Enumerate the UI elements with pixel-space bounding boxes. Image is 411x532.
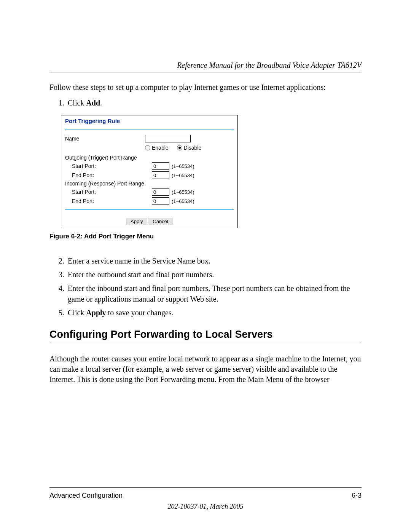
step-1-post: . <box>100 99 102 107</box>
step-5: Click Apply to save your changes. <box>66 307 362 318</box>
port-triggering-rule-panel: Port Triggering Rule Name Enable Disable <box>61 115 238 228</box>
footer-left: Advanced Configuration <box>49 492 123 500</box>
steps-list-2: Enter a service name in the Service Name… <box>49 256 362 318</box>
radio-on-icon <box>177 145 182 150</box>
in-start-port-input[interactable] <box>152 188 169 196</box>
step-1-bold: Add <box>86 99 100 107</box>
out-end-port-label: End Port: <box>65 172 152 178</box>
enable-radio-label: Enable <box>152 145 169 151</box>
panel-separator-mid <box>65 209 234 210</box>
panel-separator-top <box>65 129 234 129</box>
section-rule <box>49 343 362 343</box>
name-label: Name <box>65 136 145 142</box>
panel-title: Port Triggering Rule <box>61 115 237 129</box>
page-footer: Advanced Configuration 6-3 202-10037-01,… <box>49 487 362 511</box>
footer-publication: 202-10037-01, March 2005 <box>49 503 362 511</box>
step-4: Enter the inbound start and final port n… <box>66 283 362 304</box>
section-heading: Configuring Port Forwarding to Local Ser… <box>49 329 362 340</box>
steps-list-1: Click Add. <box>49 98 362 108</box>
in-start-port-label: Start Port: <box>65 189 152 195</box>
doc-header-title: Reference Manual for the Broadband Voice… <box>49 61 362 70</box>
in-end-port-hint: (1~65534) <box>172 198 194 204</box>
step-5-bold: Apply <box>86 308 106 317</box>
in-start-port-hint: (1~65534) <box>172 189 194 195</box>
in-end-port-input[interactable] <box>152 197 169 205</box>
cancel-button[interactable]: Cancel <box>148 218 172 225</box>
outgoing-section-label: Outgoing (Trigger) Port Range <box>65 155 145 161</box>
step-5-pre: Click <box>68 308 86 317</box>
footer-rule <box>49 487 362 488</box>
enable-radio[interactable]: Enable <box>145 145 169 151</box>
out-end-port-input[interactable] <box>152 171 169 179</box>
out-start-port-label: Start Port: <box>65 163 152 169</box>
step-5-post: to save your changes. <box>106 308 174 317</box>
out-start-port-hint: (1~65534) <box>172 163 194 169</box>
name-input[interactable] <box>145 135 191 142</box>
disable-radio-label: Disable <box>184 145 202 151</box>
step-3: Enter the outbound start and final port … <box>66 269 362 280</box>
step-2: Enter a service name in the Service Name… <box>66 256 362 266</box>
footer-page-number: 6-3 <box>352 492 362 500</box>
radio-off-icon <box>145 145 150 150</box>
apply-button[interactable]: Apply <box>126 218 147 225</box>
out-start-port-input[interactable] <box>152 162 169 170</box>
step-1: Click Add. <box>66 98 362 108</box>
out-end-port-hint: (1~65534) <box>172 173 194 178</box>
section-body: Although the router causes your entire l… <box>49 354 362 385</box>
step-1-pre: Click <box>68 99 86 107</box>
header-rule <box>49 72 362 72</box>
in-end-port-label: End Port: <box>65 198 152 204</box>
intro-text: Follow these steps to set up a computer … <box>49 82 362 93</box>
incoming-section-label: Incoming (Response) Port Range <box>65 181 145 187</box>
disable-radio[interactable]: Disable <box>177 145 202 151</box>
figure-caption: Figure 6-2: Add Port Trigger Menu <box>49 233 362 240</box>
